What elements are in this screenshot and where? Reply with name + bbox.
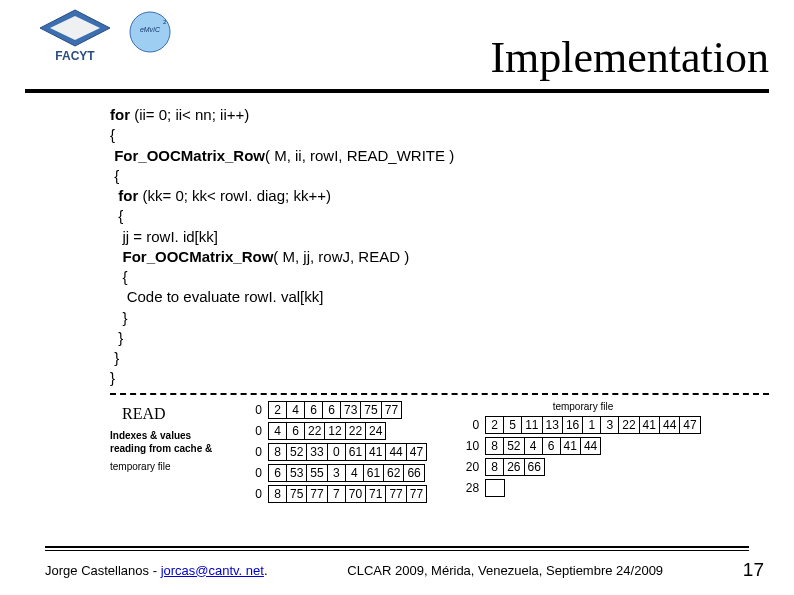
- svg-text:eMvIC: eMvIC: [140, 26, 161, 33]
- matrix-row: 06535534616266: [248, 464, 427, 482]
- cell: 55: [307, 465, 327, 481]
- matrix-row: 04622122224: [248, 422, 427, 440]
- cell: 44: [386, 444, 406, 460]
- code-line: jj = rowI. id[kk]: [110, 228, 218, 245]
- cell: 4: [287, 402, 305, 418]
- left-matrix-rows: 0246673757704622122224085233061414447065…: [248, 401, 427, 503]
- cell: 6: [305, 402, 323, 418]
- code-line: }: [110, 309, 128, 326]
- code-text: ( M, ii, rowI, READ_WRITE ): [265, 147, 454, 164]
- cell: 8: [269, 444, 287, 460]
- cell: 77: [382, 402, 401, 418]
- cell: 7: [328, 486, 346, 502]
- cell: 77: [386, 486, 406, 502]
- row-cells: 82666: [485, 458, 545, 476]
- code-line: }: [110, 329, 123, 346]
- cell: 4: [525, 438, 543, 454]
- code-line: {: [110, 167, 119, 184]
- cell: 4: [346, 465, 364, 481]
- right-matrix-rows: 025111316132241444710852464144208266628: [465, 416, 701, 497]
- cell: 4: [269, 423, 287, 439]
- row-cells: 85233061414447: [268, 443, 427, 461]
- cell: 8: [269, 486, 287, 502]
- cell: 3: [328, 465, 346, 481]
- logo-area: FACYT eMvIC 2: [30, 8, 174, 64]
- cell: 66: [404, 465, 423, 481]
- cell: 11: [522, 417, 542, 433]
- row-cells: 852464144: [485, 437, 601, 455]
- cell: 44: [581, 438, 600, 454]
- kw-for: for: [110, 106, 134, 123]
- row-index: 20: [465, 460, 479, 474]
- memory-diagram: READ Indexes & values reading from cache…: [110, 401, 769, 503]
- cell: 52: [287, 444, 307, 460]
- code-line: {: [110, 268, 128, 285]
- matrix-row: 28: [465, 479, 701, 497]
- cell: [486, 480, 504, 496]
- footer-conference: CLCAR 2009, Mérida, Venezuela, Septiembr…: [347, 563, 663, 578]
- cell: 22: [346, 423, 366, 439]
- row-index: 0: [465, 418, 479, 432]
- dashed-separator: [110, 393, 769, 395]
- cell: 73: [341, 402, 361, 418]
- kw-for: for: [110, 187, 143, 204]
- cell: 77: [307, 486, 327, 502]
- author-name: Jorge Castellanos -: [45, 563, 161, 578]
- cell: 0: [328, 444, 346, 460]
- cell: 41: [640, 417, 660, 433]
- row-index: 0: [248, 466, 262, 480]
- facyt-logo: FACYT: [30, 8, 120, 64]
- temporary-file-label-right: temporary file: [465, 401, 701, 412]
- cell: 6: [269, 465, 287, 481]
- emvic-logo-icon: eMvIC 2: [126, 8, 174, 56]
- cell: 47: [407, 444, 426, 460]
- code-text: (ii= 0; ii< nn; ii++): [134, 106, 249, 123]
- row-index: 28: [465, 481, 479, 495]
- matrix-row: 0251113161322414447: [465, 416, 701, 434]
- cell: 6: [323, 402, 341, 418]
- facyt-label: FACYT: [55, 49, 95, 63]
- matrix-row: 02466737577: [248, 401, 427, 419]
- cell: 1: [583, 417, 601, 433]
- row-index: 0: [248, 403, 262, 417]
- facyt-icon: FACYT: [30, 8, 120, 64]
- page-number: 17: [743, 559, 764, 581]
- func-name: For_OOCMatrix_Row: [110, 147, 265, 164]
- code-line: {: [110, 207, 123, 224]
- period: .: [264, 563, 268, 578]
- cell: 5: [504, 417, 522, 433]
- cell: 70: [346, 486, 366, 502]
- cell: 22: [305, 423, 325, 439]
- code-text: (kk= 0; kk< rowI. diag; kk++): [143, 187, 331, 204]
- cell: 33: [307, 444, 327, 460]
- code-line: For_OOCMatrix_Row( M, ii, rowI, READ_WRI…: [110, 147, 454, 164]
- pseudocode-block: for (ii= 0; ii< nn; ii++) { For_OOCMatri…: [110, 105, 794, 389]
- cell: 66: [525, 459, 544, 475]
- cell: 61: [346, 444, 366, 460]
- cell: 41: [561, 438, 581, 454]
- cell: 61: [364, 465, 384, 481]
- code-line: For_OOCMatrix_Row( M, jj, rowJ, READ ): [110, 248, 409, 265]
- read-label: READ: [122, 405, 230, 423]
- cell: 47: [680, 417, 699, 433]
- row-cells: 251113161322414447: [485, 416, 701, 434]
- code-line: }: [110, 349, 119, 366]
- slide-footer: Jorge Castellanos - jorcas@cantv. net. C…: [45, 559, 764, 581]
- slide-title: Implementation: [174, 10, 769, 83]
- code-line: {: [110, 126, 115, 143]
- code-text: ( M, jj, rowJ, READ ): [273, 248, 409, 265]
- cell: 41: [366, 444, 386, 460]
- right-block: temporary file 0251113161322414447108524…: [465, 401, 701, 497]
- row-cells: 6535534616266: [268, 464, 425, 482]
- code-line: for (ii= 0; ii< nn; ii++): [110, 106, 249, 123]
- cell: 77: [407, 486, 426, 502]
- cell: 13: [543, 417, 563, 433]
- author-email-link[interactable]: jorcas@cantv. net: [161, 563, 264, 578]
- row-index: 0: [248, 445, 262, 459]
- footer-rule: [45, 546, 749, 551]
- cell: 6: [543, 438, 561, 454]
- row-cells: 87577770717777: [268, 485, 427, 503]
- cell: 22: [619, 417, 639, 433]
- cell: 26: [504, 459, 524, 475]
- cell: 53: [287, 465, 307, 481]
